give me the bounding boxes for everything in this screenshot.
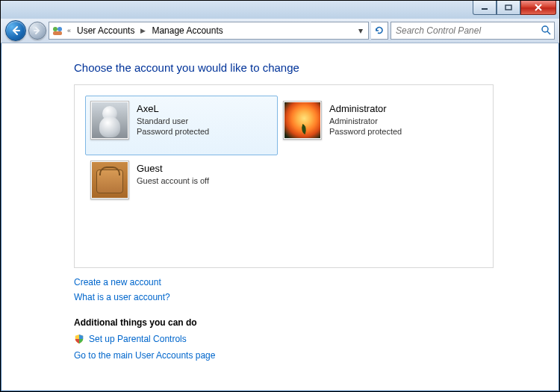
account-name: Administrator (329, 102, 402, 116)
breadcrumb-item-manage-accounts[interactable]: Manage Accounts (149, 25, 225, 36)
window: « User Accounts ▶ Manage Accounts ▾ Choo… (0, 0, 560, 392)
forward-button[interactable] (28, 22, 46, 40)
link-create-account[interactable]: Create a new account (74, 277, 558, 287)
account-guest[interactable]: Guest Guest account is off (85, 155, 278, 215)
breadcrumb[interactable]: « User Accounts ▶ Manage Accounts ▾ (49, 22, 369, 40)
account-name: Guest (137, 162, 209, 175)
refresh-button[interactable] (371, 22, 388, 40)
content-area: Choose the account you would like to cha… (2, 43, 558, 390)
link-main-user-accounts[interactable]: Go to the main User Accounts page (74, 350, 558, 361)
svg-rect-1 (505, 5, 511, 10)
avatar (90, 161, 129, 199)
link-what-is-account[interactable]: What is a user account? (74, 292, 558, 302)
arrow-right-icon (33, 26, 42, 35)
navbar: « User Accounts ▶ Manage Accounts ▾ (1, 19, 559, 43)
svg-point-2 (53, 27, 57, 31)
svg-rect-4 (53, 31, 62, 35)
shield-icon (74, 334, 84, 344)
search-input[interactable] (394, 25, 551, 37)
account-status: Password protected (137, 126, 209, 137)
close-icon (534, 4, 543, 11)
back-button[interactable] (5, 20, 26, 41)
avatar (90, 101, 129, 140)
link-parental-controls[interactable]: Set up Parental Controls (89, 334, 187, 344)
minimize-button[interactable] (473, 1, 497, 15)
close-button[interactable] (520, 1, 556, 15)
account-status: Password protected (329, 126, 402, 137)
search-icon (541, 25, 551, 37)
breadcrumb-prefix: « (67, 27, 71, 34)
user-accounts-icon (51, 24, 64, 37)
svg-point-3 (57, 27, 62, 31)
chevron-right-icon: ▶ (140, 27, 146, 34)
titlebar (1, 1, 559, 19)
account-axel[interactable]: AxeL Standard user Password protected (85, 96, 278, 155)
breadcrumb-item-user-accounts[interactable]: User Accounts (74, 25, 137, 36)
maximize-icon (505, 4, 512, 10)
minimize-icon (481, 4, 488, 10)
additional-header: Additional things you can do (74, 317, 558, 328)
account-name: AxeL (137, 102, 209, 116)
page-title: Choose the account you would like to cha… (74, 61, 558, 74)
account-type: Standard user (137, 116, 209, 127)
svg-line-6 (547, 31, 550, 34)
refresh-icon (374, 25, 385, 36)
breadcrumb-dropdown[interactable]: ▾ (355, 25, 367, 36)
account-type: Administrator (329, 116, 402, 127)
accounts-panel: AxeL Standard user Password protected Ad… (74, 84, 494, 268)
arrow-left-icon (10, 25, 21, 36)
avatar (283, 101, 322, 140)
svg-rect-0 (482, 8, 488, 10)
account-type: Guest account is off (137, 175, 209, 187)
account-administrator[interactable]: Administrator Administrator Password pro… (278, 96, 470, 155)
search-box[interactable] (391, 22, 555, 40)
svg-point-5 (542, 26, 548, 32)
maximize-button[interactable] (497, 1, 520, 15)
